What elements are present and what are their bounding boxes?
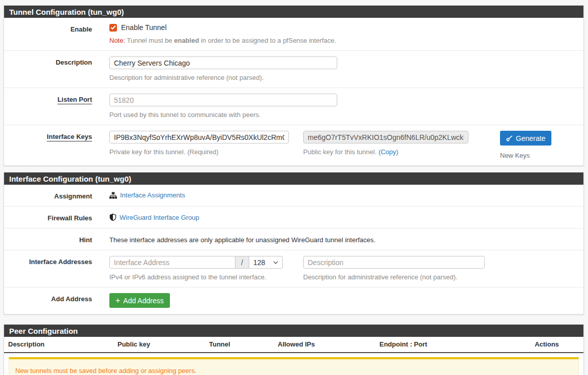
public-key-col: Public key for this tunnel. (Copy)	[303, 131, 468, 159]
address-description-help: Description for administrative reference…	[303, 273, 485, 281]
sitemap-icon	[109, 192, 117, 199]
address-description-col: Description for administrative reference…	[303, 256, 485, 281]
firewall-rules-row: Firewall Rules WireGuard Interface Group	[4, 207, 583, 228]
interface-address-input[interactable]	[109, 256, 236, 269]
shield-icon	[109, 213, 116, 221]
interface-keys-row: Interface Keys Private key for this tunn…	[4, 125, 583, 165]
interface-keys-label: Interface Keys	[47, 133, 92, 141]
description-help: Description for administrative reference…	[109, 74, 583, 81]
generate-keys-button[interactable]: Generate	[500, 131, 551, 146]
public-key-input	[303, 131, 468, 143]
col-actions: Actions	[510, 339, 583, 349]
hint-text: These interface addresses are only appli…	[109, 236, 375, 244]
address-col: / 128 IPv4 or IPv6 address assigned to t…	[109, 256, 283, 281]
private-key-input[interactable]	[109, 131, 289, 143]
tunnel-configuration-header: Tunnel Configuration (tun_wg0)	[4, 6, 583, 18]
col-tunnel: Tunnel	[205, 339, 274, 349]
private-key-col: Private key for this tunnel. (Required)	[109, 131, 289, 159]
wireguard-interface-group-link[interactable]: WireGuard Interface Group	[109, 212, 583, 221]
interface-addresses-row: Interface Addresses / 128	[4, 250, 583, 287]
chevron-down-icon	[273, 261, 278, 264]
interface-configuration-header: Interface Configuration (tun_wg0)	[4, 172, 583, 185]
key-icon	[506, 135, 513, 141]
copy-public-key-link[interactable]: (Copy)	[378, 148, 398, 156]
hint-row: Hint These interface addresses are only …	[4, 228, 583, 250]
enable-tunnel-checkbox-label: Enable Tunnel	[121, 23, 167, 32]
address-description-input[interactable]	[303, 256, 485, 269]
generate-keys-col: Generate New Keys	[500, 131, 551, 159]
slash-separator: /	[236, 256, 249, 269]
tunnel-configuration-body: Enable Enable Tunnel Note: Tunnel must b…	[4, 18, 583, 165]
firewall-rules-label: Firewall Rules	[4, 212, 92, 222]
interface-assignments-link[interactable]: Interface Assignments	[109, 190, 583, 199]
enable-tunnel-checkbox-wrap[interactable]: Enable Tunnel	[109, 23, 583, 32]
peer-configuration-header: Peer Configuration	[4, 325, 583, 337]
tunnel-configuration-panel: Tunnel Configuration (tun_wg0) Enable En…	[4, 5, 584, 166]
peer-configuration-panel: Peer Configuration Description Public ke…	[4, 324, 584, 375]
description-input[interactable]	[109, 56, 337, 69]
add-address-label: Add Address	[4, 293, 92, 308]
new-keys-label: New Keys	[500, 152, 551, 159]
add-address-button[interactable]: + Add Address	[109, 293, 170, 308]
listen-port-label: Listen Port	[57, 96, 92, 104]
listen-port-input[interactable]	[109, 94, 337, 106]
peers-warning-alert: New tunnels must be saved before adding …	[9, 357, 579, 375]
assignment-row: Assignment Interface A	[4, 185, 583, 207]
peer-configuration-body: Description Public key Tunnel Allowed IP…	[4, 337, 583, 375]
col-public-key: Public key	[113, 339, 205, 349]
enable-label: Enable	[4, 23, 92, 44]
listen-port-help: Port used by this tunnel to communicate …	[109, 111, 583, 119]
peer-table-header: Description Public key Tunnel Allowed IP…	[4, 337, 583, 353]
assignment-label: Assignment	[4, 190, 92, 200]
tunnel-configuration-title: Tunnel Configuration (tun_wg0)	[9, 8, 124, 16]
col-endpoint-port: Endpoint : Port	[375, 339, 510, 349]
public-key-help: Public key for this tunnel. (Copy)	[303, 148, 468, 156]
description-label: Description	[4, 56, 92, 81]
private-key-help: Private key for this tunnel. (Required)	[109, 148, 289, 156]
interface-configuration-title: Interface Configuration (tun_wg0)	[9, 175, 131, 183]
listen-port-row: Listen Port Port used by this tunnel to …	[4, 88, 583, 125]
add-address-row: Add Address + Add Address	[4, 287, 583, 314]
wireguard-tunnel-edit-page: Tunnel Configuration (tun_wg0) Enable En…	[0, 0, 588, 375]
plus-icon: +	[115, 297, 120, 305]
check-icon	[110, 25, 116, 30]
enable-note: Note: Tunnel must be enabled in order to…	[109, 37, 583, 44]
note-prefix: Note:	[109, 37, 125, 44]
col-allowed-ips: Allowed IPs	[274, 339, 375, 349]
enable-tunnel-checkbox[interactable]	[109, 24, 117, 32]
interface-addresses-label: Interface Addresses	[4, 256, 92, 281]
description-row: Description Description for administrati…	[4, 51, 583, 88]
address-help: IPv4 or IPv6 address assigned to the tun…	[109, 273, 283, 281]
enable-row: Enable Enable Tunnel Note: Tunnel must b…	[4, 18, 583, 51]
hint-label: Hint	[4, 234, 92, 244]
peer-configuration-title: Peer Configuration	[9, 327, 78, 335]
address-mask-select[interactable]: 128	[249, 256, 283, 269]
col-description: Description	[4, 339, 113, 349]
interface-configuration-body: Assignment Interface A	[4, 185, 583, 314]
interface-configuration-panel: Interface Configuration (tun_wg0) Assign…	[4, 172, 584, 314]
